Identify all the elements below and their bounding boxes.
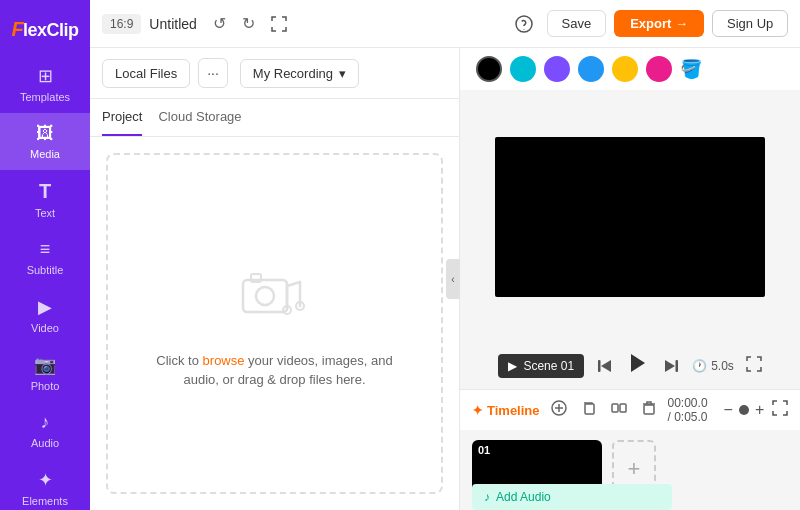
sidebar-item-audio[interactable]: ♪ Audio bbox=[0, 402, 90, 459]
add-audio-label: Add Audio bbox=[496, 490, 551, 504]
prev-scene-button[interactable] bbox=[596, 357, 614, 375]
duration-value: 5.0s bbox=[711, 359, 734, 373]
project-title[interactable]: Untitled bbox=[149, 16, 196, 32]
sidebar-item-elements-label: Elements bbox=[22, 495, 68, 507]
timeline-sparkle-icon: ✦ bbox=[472, 403, 483, 418]
media-toolbar: Local Files ··· My Recording ▾ bbox=[90, 48, 459, 99]
left-panel: Local Files ··· My Recording ▾ Project C… bbox=[90, 48, 460, 510]
sidebar: FlexClip ⊞ Templates 🖼 Media T Text ≡ Su… bbox=[0, 0, 90, 510]
local-files-button[interactable]: Local Files bbox=[102, 59, 190, 88]
video-canvas bbox=[495, 137, 765, 297]
svg-rect-17 bbox=[644, 405, 654, 414]
drop-zone[interactable]: Click to browse your videos, images, and… bbox=[106, 153, 443, 494]
svg-marker-7 bbox=[601, 360, 611, 372]
sidebar-item-audio-label: Audio bbox=[31, 437, 59, 449]
chevron-down-icon: ▾ bbox=[339, 66, 346, 81]
sidebar-item-photo-label: Photo bbox=[31, 380, 60, 392]
svg-marker-8 bbox=[631, 354, 645, 372]
video-preview-area bbox=[460, 90, 800, 343]
recording-label: My Recording bbox=[253, 66, 333, 81]
scene-button[interactable]: ▶ Scene 01 bbox=[498, 354, 584, 378]
svg-rect-6 bbox=[598, 360, 601, 372]
sidebar-item-text-label: Text bbox=[35, 207, 55, 219]
sidebar-item-media[interactable]: 🖼 Media bbox=[0, 113, 90, 170]
svg-marker-10 bbox=[665, 360, 675, 372]
logo-text: FlexClip bbox=[11, 18, 78, 41]
photo-icon: 📷 bbox=[34, 354, 56, 376]
right-panel: ‹ 🪣 ▶ Scene 01 bbox=[460, 48, 800, 510]
music-note-icon: ♪ bbox=[484, 490, 490, 504]
save-button[interactable]: Save bbox=[547, 10, 607, 37]
sidebar-item-elements[interactable]: ✦ Elements bbox=[0, 459, 90, 510]
sidebar-item-photo[interactable]: 📷 Photo bbox=[0, 344, 90, 402]
timeline-label: ✦ Timeline bbox=[472, 403, 540, 418]
local-files-label: Local Files bbox=[115, 66, 177, 81]
color-swatch-yellow[interactable] bbox=[612, 56, 638, 82]
add-audio-button[interactable]: ♪ Add Audio bbox=[472, 484, 672, 510]
svg-point-2 bbox=[256, 287, 274, 305]
play-small-icon: ▶ bbox=[508, 359, 517, 373]
play-button[interactable] bbox=[626, 351, 650, 381]
fullscreen-button[interactable] bbox=[267, 12, 291, 36]
tab-project[interactable]: Project bbox=[102, 99, 142, 136]
zoom-in-button[interactable]: + bbox=[755, 401, 764, 419]
media-tabs: Project Cloud Storage bbox=[90, 99, 459, 137]
preview-fullscreen-button[interactable] bbox=[746, 356, 762, 376]
tab-cloud-storage[interactable]: Cloud Storage bbox=[158, 99, 241, 136]
timeline-toolbar: ✦ Timeline 00:00.0 / 0:05.0 − bbox=[460, 389, 800, 430]
text-icon: T bbox=[39, 180, 51, 203]
color-swatch-purple[interactable] bbox=[544, 56, 570, 82]
help-button[interactable] bbox=[509, 9, 539, 39]
more-options-button[interactable]: ··· bbox=[198, 58, 228, 88]
topbar: 16:9 Untitled ↺ ↻ Save Export → Sign Up bbox=[90, 0, 800, 48]
drop-zone-text: Click to browse your videos, images, and… bbox=[156, 351, 392, 390]
timeline-add-button[interactable] bbox=[548, 397, 570, 423]
sidebar-item-subtitle[interactable]: ≡ Subtitle bbox=[0, 229, 90, 286]
signup-button[interactable]: Sign Up bbox=[712, 10, 788, 37]
collapse-panel-button[interactable]: ‹ bbox=[446, 259, 460, 299]
main-area: 16:9 Untitled ↺ ↻ Save Export → Sign Up … bbox=[90, 0, 800, 510]
svg-rect-1 bbox=[243, 280, 287, 312]
export-button[interactable]: Export → bbox=[614, 10, 704, 37]
scene-label: Scene 01 bbox=[523, 359, 574, 373]
clip-label: 01 bbox=[478, 444, 490, 456]
templates-icon: ⊞ bbox=[38, 65, 53, 87]
color-swatch-black[interactable] bbox=[476, 56, 502, 82]
next-scene-button[interactable] bbox=[662, 357, 680, 375]
svg-rect-9 bbox=[676, 360, 679, 372]
logo: FlexClip bbox=[0, 10, 90, 55]
media-icon: 🖼 bbox=[36, 123, 54, 144]
redo-button[interactable]: ↻ bbox=[238, 10, 259, 37]
svg-rect-14 bbox=[585, 404, 594, 414]
logo-f: F bbox=[11, 18, 23, 40]
color-swatch-blue[interactable] bbox=[578, 56, 604, 82]
zoom-control: − + bbox=[724, 401, 765, 419]
timeline-copy-button[interactable] bbox=[578, 397, 600, 423]
timeline-content: 01 + ♪ Add Audio bbox=[460, 430, 800, 510]
timeline-timestamp: 00:00.0 / 0:05.0 bbox=[668, 396, 708, 424]
video-icon: ▶ bbox=[38, 296, 52, 318]
elements-icon: ✦ bbox=[38, 469, 53, 491]
audio-icon: ♪ bbox=[41, 412, 50, 433]
sidebar-item-video[interactable]: ▶ Video bbox=[0, 286, 90, 344]
svg-point-0 bbox=[516, 16, 532, 32]
sidebar-item-templates-label: Templates bbox=[20, 91, 70, 103]
zoom-out-button[interactable]: − bbox=[724, 401, 733, 419]
fill-color-icon[interactable]: 🪣 bbox=[680, 58, 702, 80]
my-recording-button[interactable]: My Recording ▾ bbox=[240, 59, 359, 88]
aspect-ratio-badge[interactable]: 16:9 bbox=[102, 14, 141, 34]
timeline-delete-button[interactable] bbox=[638, 397, 660, 423]
svg-rect-16 bbox=[620, 404, 626, 412]
undo-button[interactable]: ↺ bbox=[209, 10, 230, 37]
clock-icon: 🕐 bbox=[692, 359, 707, 373]
fit-to-screen-button[interactable] bbox=[772, 400, 788, 420]
sidebar-item-text[interactable]: T Text bbox=[0, 170, 90, 229]
browse-link[interactable]: browse bbox=[203, 353, 245, 368]
color-swatch-teal[interactable] bbox=[510, 56, 536, 82]
color-swatch-pink[interactable] bbox=[646, 56, 672, 82]
sidebar-item-media-label: Media bbox=[30, 148, 60, 160]
content-area: Local Files ··· My Recording ▾ Project C… bbox=[90, 48, 800, 510]
sidebar-item-templates[interactable]: ⊞ Templates bbox=[0, 55, 90, 113]
drop-zone-icon bbox=[235, 258, 315, 339]
timeline-split-button[interactable] bbox=[608, 397, 630, 423]
